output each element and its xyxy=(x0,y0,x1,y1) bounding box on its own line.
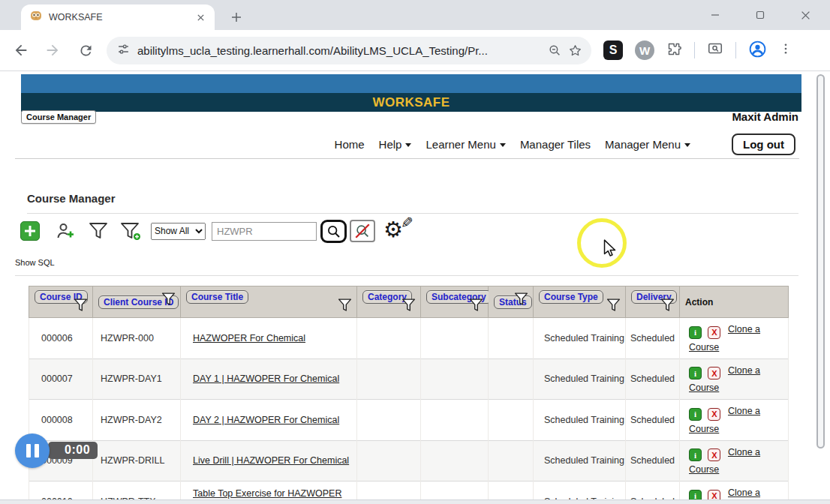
site-settings-icon[interactable] xyxy=(117,43,130,58)
info-icon[interactable]: i xyxy=(689,326,702,339)
nav-item[interactable]: Manager Menu xyxy=(605,138,690,151)
column-filter-button[interactable]: Course Type xyxy=(539,290,603,304)
show-sql-link[interactable]: Show SQL xyxy=(15,258,55,267)
plain-column-label: Action xyxy=(685,297,713,308)
close-icon[interactable] xyxy=(795,5,815,25)
filter-funnel-button[interactable] xyxy=(89,222,108,240)
reload-icon[interactable] xyxy=(74,38,98,62)
minimize-icon[interactable] xyxy=(705,5,725,25)
forward-icon[interactable] xyxy=(41,38,65,62)
tab-title: WORKSAFE xyxy=(49,12,194,22)
course-title-cell: DAY 1 | HAZWOPER For Chemical xyxy=(181,358,357,400)
url-text[interactable]: abilitylms_ucla_testing.learnerhall.com/… xyxy=(137,44,542,57)
favicon-owl-icon xyxy=(30,10,42,25)
column-header: Category xyxy=(357,286,421,318)
bookmark-star-icon[interactable] xyxy=(568,44,582,58)
column-filter-button[interactable]: Course Title xyxy=(186,290,248,304)
course-type-cell: Scheduled Training xyxy=(534,358,626,400)
filter-funnel-icon[interactable] xyxy=(513,292,529,310)
address-bar[interactable]: abilitylms_ucla_testing.learnerhall.com/… xyxy=(107,37,591,64)
filter-funnel-icon[interactable] xyxy=(660,298,675,316)
subcategory-cell xyxy=(421,400,489,441)
column-header: Delivery xyxy=(626,286,680,318)
action-cell: i X Clone a Course xyxy=(680,318,789,359)
course-title-cell: Live Drill | HAZWOPER For Chemical xyxy=(181,440,357,482)
toolbar-separator xyxy=(694,42,695,58)
logged-in-user: Maxit Admin xyxy=(732,110,798,123)
pause-button[interactable] xyxy=(15,434,50,468)
course-type-cell: Scheduled Training xyxy=(534,400,626,441)
new-tab-button[interactable] xyxy=(227,8,245,26)
zoom-out-icon[interactable] xyxy=(548,44,562,58)
column-header: Subcategory xyxy=(421,286,489,318)
action-cell: i X Clone a Course xyxy=(680,400,789,441)
scope-select[interactable]: Show All xyxy=(151,223,206,240)
extension-s-icon[interactable]: S xyxy=(603,40,623,60)
course-title-link[interactable]: HAZWOPER For Chemical xyxy=(193,333,305,344)
banner-dark-strip: WORKSAFE xyxy=(21,93,801,112)
info-icon[interactable]: i xyxy=(689,367,702,380)
add-filter-button[interactable] xyxy=(120,222,142,241)
info-icon[interactable]: i xyxy=(689,408,702,421)
search-input[interactable] xyxy=(212,222,317,241)
column-header: Client Course ID xyxy=(93,286,181,318)
column-header: Course Type xyxy=(534,286,626,318)
delete-x-icon[interactable]: X xyxy=(708,448,720,461)
maximize-icon[interactable] xyxy=(750,5,770,25)
delete-x-icon[interactable]: X xyxy=(708,408,720,421)
extensions-puzzle-icon[interactable] xyxy=(666,41,682,60)
site-banner-title: WORKSAFE xyxy=(372,95,450,110)
profile-avatar-icon[interactable] xyxy=(748,40,767,62)
course-title-cell: DAY 2 | HAZWOPER For Chemical xyxy=(181,400,357,441)
filter-funnel-icon[interactable] xyxy=(468,298,484,316)
add-course-button[interactable] xyxy=(20,221,40,241)
course-type-cell: Scheduled Training xyxy=(534,318,626,359)
course-title-link[interactable]: DAY 2 | HAZWOPER For Chemical xyxy=(193,415,339,425)
scrollbar-thumb[interactable] xyxy=(816,74,825,448)
logout-button[interactable]: Log out xyxy=(732,134,795,155)
info-icon[interactable]: i xyxy=(689,448,702,461)
kebab-menu-icon[interactable] xyxy=(779,42,792,58)
pencil-icon: ✎ xyxy=(401,214,413,232)
client-course-id-cell: HZWPR-DAY2 xyxy=(93,400,181,441)
filter-funnel-icon[interactable] xyxy=(337,298,353,316)
table-row: 000006 HZWPR-000 HAZWOPER For Chemical S… xyxy=(29,318,789,359)
assign-person-button[interactable] xyxy=(56,221,76,241)
course-type-cell: Scheduled Training xyxy=(534,440,626,482)
customize-settings-button[interactable]: ⚙ ✎ xyxy=(383,218,412,244)
course-manager-chip[interactable]: Course Manager xyxy=(21,110,96,124)
nav-item[interactable]: Home xyxy=(335,138,365,151)
delete-x-icon[interactable]: X xyxy=(708,367,720,380)
chevron-down-icon xyxy=(684,143,690,147)
client-course-id-cell: HZWPR-DAY1 xyxy=(93,358,181,400)
back-icon[interactable] xyxy=(9,38,33,62)
category-cell xyxy=(357,400,421,441)
table-row: 000008 HZWPR-DAY2 DAY 2 | HAZWOPER For C… xyxy=(29,400,789,441)
client-course-id-cell: HZWPR-000 xyxy=(93,318,181,359)
browser-window: WORKSAFE abilitylms_ucla_testing.learner… xyxy=(0,0,830,504)
subcategory-cell xyxy=(421,358,489,400)
filter-funnel-icon[interactable] xyxy=(161,292,176,310)
extension-w-icon[interactable]: W xyxy=(635,40,654,60)
pause-icon xyxy=(26,444,31,458)
category-cell xyxy=(357,440,421,482)
clear-search-button[interactable] xyxy=(350,220,375,242)
course-id-cell: 000007 xyxy=(29,358,93,400)
filter-funnel-icon[interactable] xyxy=(73,298,89,316)
course-id-cell: 000006 xyxy=(29,318,93,359)
nav-item[interactable]: Manager Tiles xyxy=(520,138,591,151)
delete-x-icon[interactable]: X xyxy=(708,326,720,339)
browser-tab[interactable]: WORKSAFE xyxy=(21,4,215,30)
filter-funnel-icon[interactable] xyxy=(606,298,621,316)
column-header: Course ID xyxy=(29,286,93,318)
nav-item[interactable]: Help xyxy=(379,138,412,151)
course-title-link[interactable]: Live Drill | HAZWOPER For Chemical xyxy=(193,455,349,466)
search-button[interactable] xyxy=(320,220,347,243)
tab-close-icon[interactable] xyxy=(194,10,207,24)
nav-item[interactable]: Learner Menu xyxy=(426,138,505,151)
screen-search-icon[interactable] xyxy=(707,40,723,60)
course-title-link[interactable]: DAY 1 | HAZWOPER For Chemical xyxy=(193,374,339,384)
table-row: 000007 HZWPR-DAY1 DAY 1 | HAZWOPER For C… xyxy=(29,358,789,400)
mouse-cursor-icon xyxy=(600,238,619,262)
filter-funnel-icon[interactable] xyxy=(401,298,417,316)
